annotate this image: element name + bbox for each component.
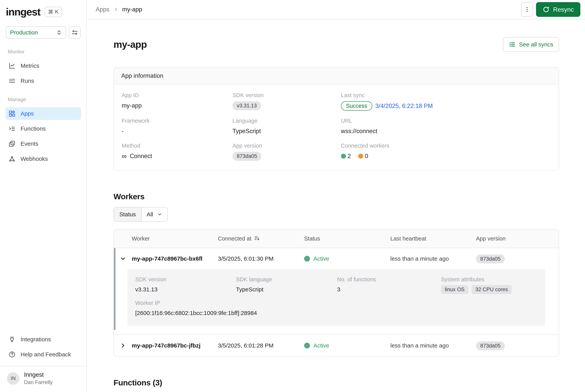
- sidebar-item-metrics[interactable]: Metrics: [6, 60, 81, 72]
- list-runs-icon: [9, 78, 16, 84]
- events-icon: [9, 140, 16, 147]
- monitor-section-label: Monitor: [6, 49, 81, 55]
- page-content: my-app See all syncs App information App…: [87, 19, 585, 392]
- chart-icon: [9, 62, 16, 69]
- sidebar-item-label: Metrics: [21, 62, 39, 69]
- column-header-last-heartbeat: Last heartbeat: [390, 236, 476, 242]
- status-filter-label: Status: [114, 208, 142, 221]
- worker-connected-at: 3/5/2025, 6:01:30 PM: [218, 256, 304, 262]
- field-framework: Framework -: [122, 118, 232, 136]
- sidebar-header: inngest ⌘ K: [0, 0, 86, 18]
- column-header-status: Status: [304, 236, 390, 242]
- detail-sdk-language: SDK language TypeScript: [236, 276, 337, 294]
- more-options-button[interactable]: [521, 2, 533, 17]
- sidebar-item-label: Events: [21, 140, 38, 147]
- worker-name: my-app-747c8967bc-jfbzj: [132, 342, 200, 349]
- status-filter-value[interactable]: All: [142, 208, 167, 221]
- profile-user-name: Dan Farrelly: [24, 380, 53, 386]
- field-label: App ID: [122, 92, 232, 98]
- manage-section-label: Manage: [6, 96, 81, 102]
- column-header-connected-at[interactable]: Connected at: [218, 236, 304, 242]
- inngest-logo[interactable]: inngest: [6, 6, 40, 18]
- column-header-label: Connected at: [218, 236, 251, 242]
- app-version-badge: 873da05: [476, 254, 505, 263]
- main-area: Apps my-app Resync my-app See all syn: [87, 0, 585, 392]
- sidebar-item-functions[interactable]: Functions: [6, 122, 81, 135]
- field-url: URL wss://connect: [341, 118, 551, 136]
- sidebar-item-apps[interactable]: Apps: [6, 107, 81, 120]
- field-connected-workers: Connected workers 2 0: [341, 142, 551, 161]
- field-label: Language: [232, 118, 341, 124]
- last-sync-time-link[interactable]: 3/4/2025, 6:22:18 PM: [375, 102, 433, 110]
- status-label: Active: [314, 256, 329, 262]
- sidebar-item-runs[interactable]: Runs: [6, 74, 81, 87]
- resync-label: Resync: [553, 6, 574, 13]
- sort-descending-icon: [254, 236, 260, 242]
- sdk-version-badge: v3.31.13: [232, 101, 261, 110]
- worker-last-heartbeat: less than a minute ago: [390, 256, 476, 262]
- app-id-value: my-app: [122, 102, 142, 109]
- column-header-app-version: App version: [476, 236, 559, 242]
- breadcrumb-current: my-app: [122, 6, 142, 13]
- field-app-version: App version 873da05: [232, 142, 341, 161]
- detail-label: SDK version: [135, 276, 236, 283]
- worker-connected-at: 3/5/2025, 6:01:28 PM: [218, 342, 304, 349]
- breadcrumb-apps-link[interactable]: Apps: [96, 6, 109, 13]
- detail-sdk-version: SDK version v3.31.13: [135, 276, 236, 294]
- expand-row-chevron-right-icon[interactable]: [120, 342, 126, 349]
- sidebar-item-integrations[interactable]: Integrations: [6, 333, 81, 346]
- worker-details: SDK version v3.31.13 SDK language TypeSc…: [114, 269, 559, 334]
- topbar: Apps my-app Resync: [87, 0, 585, 19]
- help-circle-icon: [9, 351, 16, 358]
- apps-grid-icon: [9, 110, 16, 117]
- detail-system-attributes: System attributes linux OS 32 CPU cores: [441, 276, 537, 294]
- worker-app-version: 873da05: [476, 256, 559, 262]
- breadcrumb: Apps my-app: [96, 6, 142, 13]
- command-icon: ⌘: [48, 9, 54, 15]
- field-label: App version: [232, 142, 341, 149]
- collapse-row-chevron-down-icon[interactable]: [120, 256, 126, 262]
- app-root: inngest ⌘ K Production Monitor Metrics: [0, 0, 585, 392]
- detail-value: 3: [337, 286, 340, 293]
- field-label: Last sync: [341, 92, 551, 98]
- infinity-icon: ∞: [122, 154, 127, 158]
- app-version-badge: 873da05: [476, 341, 505, 350]
- environment-settings-button[interactable]: [69, 26, 81, 39]
- environment-selector[interactable]: Production: [6, 26, 66, 39]
- field-last-sync: Last sync Success 3/4/2025, 6:22:18 PM: [341, 92, 551, 111]
- field-language: Language TypeScript: [232, 118, 341, 136]
- field-label: URL: [341, 118, 551, 124]
- worker-row[interactable]: my-app-747c8967bc-bx6fl 3/5/2025, 6:01:3…: [114, 248, 559, 269]
- topbar-actions: Resync: [521, 2, 580, 17]
- worker-status: Active: [304, 342, 390, 349]
- framework-value: -: [122, 128, 124, 135]
- chevron-updown-icon: [56, 30, 62, 36]
- sidebar-item-label: Apps: [21, 110, 34, 117]
- url-value: wss://connect: [341, 128, 377, 135]
- page-title: my-app: [114, 39, 147, 50]
- sliders-icon: [72, 29, 78, 36]
- command-k-shortcut[interactable]: ⌘ K: [45, 7, 62, 17]
- worker-name: my-app-747c8967bc-bx6fl: [132, 256, 202, 262]
- field-label: Method: [122, 142, 232, 149]
- inactive-workers-count: 0: [365, 153, 368, 160]
- functions-heading: Functions (3): [114, 378, 559, 387]
- status-filter[interactable]: Status All: [114, 207, 168, 222]
- field-method: Method ∞ Connect: [122, 142, 232, 161]
- profile-menu[interactable]: IN Inngest Dan Farrelly: [6, 366, 81, 392]
- sidebar-item-events[interactable]: Events: [6, 137, 81, 150]
- app-information-title: App information: [114, 68, 559, 84]
- sidebar-item-webhooks[interactable]: Webhooks: [6, 152, 81, 165]
- resync-button[interactable]: Resync: [536, 2, 580, 17]
- plug-icon: [9, 336, 16, 343]
- see-all-syncs-button[interactable]: See all syncs: [503, 37, 559, 52]
- active-workers-dot: [341, 154, 346, 159]
- detail-label: SDK language: [236, 276, 337, 283]
- worker-row[interactable]: my-app-747c8967bc-jfbzj 3/5/2025, 6:01:2…: [114, 335, 559, 356]
- sidebar-item-help[interactable]: Help and Feedback: [6, 348, 81, 361]
- refresh-icon: [542, 6, 549, 13]
- detail-worker-ip: Worker IP [2600:1f16:96c:6802:1bcc:1009:…: [135, 300, 537, 318]
- sidebar: inngest ⌘ K Production Monitor Metrics: [0, 0, 87, 392]
- field-label: Framework: [122, 118, 232, 124]
- field-label: Connected workers: [341, 142, 551, 149]
